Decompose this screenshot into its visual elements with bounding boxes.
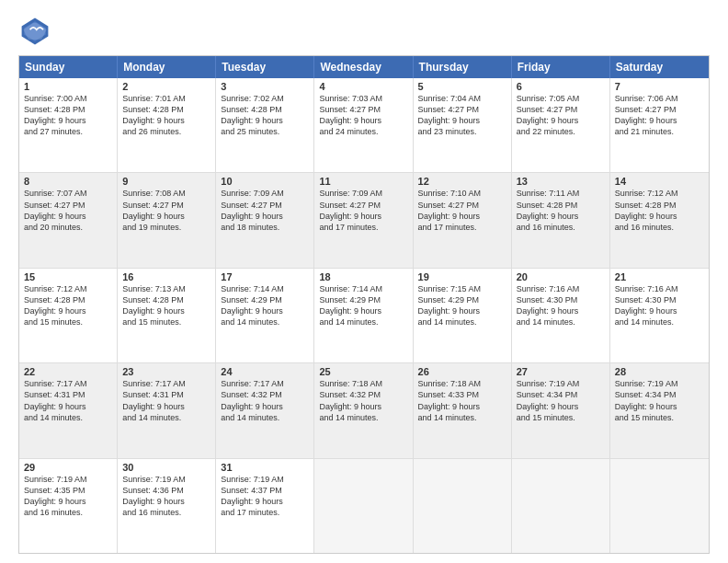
day-info: Sunrise: 7:09 AM Sunset: 4:27 PM Dayligh… bbox=[319, 188, 407, 233]
day-number: 31 bbox=[221, 462, 309, 473]
calendar-cell bbox=[314, 459, 413, 553]
day-info: Sunrise: 7:13 AM Sunset: 4:28 PM Dayligh… bbox=[122, 283, 210, 328]
header-day-saturday: Saturday bbox=[610, 56, 709, 78]
day-info: Sunrise: 7:02 AM Sunset: 4:28 PM Dayligh… bbox=[221, 93, 309, 138]
day-number: 17 bbox=[221, 271, 309, 282]
day-info: Sunrise: 7:19 AM Sunset: 4:36 PM Dayligh… bbox=[122, 474, 210, 519]
calendar-cell: 18Sunrise: 7:14 AM Sunset: 4:29 PM Dayli… bbox=[314, 269, 413, 362]
calendar-cell: 14Sunrise: 7:12 AM Sunset: 4:28 PM Dayli… bbox=[610, 173, 709, 267]
calendar-cell: 4Sunrise: 7:03 AM Sunset: 4:27 PM Daylig… bbox=[314, 78, 413, 172]
logo bbox=[18, 15, 55, 48]
day-info: Sunrise: 7:19 AM Sunset: 4:37 PM Dayligh… bbox=[221, 474, 309, 519]
day-number: 2 bbox=[122, 81, 210, 92]
calendar-cell: 31Sunrise: 7:19 AM Sunset: 4:37 PM Dayli… bbox=[216, 459, 314, 553]
day-info: Sunrise: 7:14 AM Sunset: 4:29 PM Dayligh… bbox=[319, 283, 407, 328]
day-number: 4 bbox=[319, 81, 407, 92]
day-number: 23 bbox=[122, 366, 210, 377]
calendar-cell: 17Sunrise: 7:14 AM Sunset: 4:29 PM Dayli… bbox=[216, 269, 314, 362]
day-number: 20 bbox=[517, 271, 605, 282]
page: SundayMondayTuesdayWednesdayThursdayFrid… bbox=[0, 0, 728, 563]
day-info: Sunrise: 7:12 AM Sunset: 4:28 PM Dayligh… bbox=[615, 188, 704, 233]
calendar-cell: 23Sunrise: 7:17 AM Sunset: 4:31 PM Dayli… bbox=[118, 363, 216, 457]
day-info: Sunrise: 7:09 AM Sunset: 4:27 PM Dayligh… bbox=[221, 188, 309, 233]
day-info: Sunrise: 7:19 AM Sunset: 4:34 PM Dayligh… bbox=[615, 378, 704, 423]
day-number: 9 bbox=[122, 176, 210, 187]
calendar-cell: 10Sunrise: 7:09 AM Sunset: 4:27 PM Dayli… bbox=[216, 173, 314, 267]
calendar-cell: 20Sunrise: 7:16 AM Sunset: 4:30 PM Dayli… bbox=[512, 269, 610, 362]
calendar-cell: 11Sunrise: 7:09 AM Sunset: 4:27 PM Dayli… bbox=[314, 173, 413, 267]
day-number: 30 bbox=[122, 462, 210, 473]
day-info: Sunrise: 7:14 AM Sunset: 4:29 PM Dayligh… bbox=[221, 283, 309, 328]
day-number: 7 bbox=[615, 81, 704, 92]
day-number: 25 bbox=[319, 366, 407, 377]
day-info: Sunrise: 7:07 AM Sunset: 4:27 PM Dayligh… bbox=[24, 188, 112, 233]
calendar-cell: 8Sunrise: 7:07 AM Sunset: 4:27 PM Daylig… bbox=[19, 173, 118, 267]
calendar-cell: 12Sunrise: 7:10 AM Sunset: 4:27 PM Dayli… bbox=[414, 173, 512, 267]
day-number: 3 bbox=[221, 81, 309, 92]
day-info: Sunrise: 7:17 AM Sunset: 4:31 PM Dayligh… bbox=[122, 378, 210, 423]
calendar-cell: 13Sunrise: 7:11 AM Sunset: 4:28 PM Dayli… bbox=[512, 173, 610, 267]
calendar-cell: 7Sunrise: 7:06 AM Sunset: 4:27 PM Daylig… bbox=[610, 78, 709, 172]
calendar-cell: 6Sunrise: 7:05 AM Sunset: 4:27 PM Daylig… bbox=[512, 78, 610, 172]
day-info: Sunrise: 7:15 AM Sunset: 4:29 PM Dayligh… bbox=[418, 283, 506, 328]
day-info: Sunrise: 7:05 AM Sunset: 4:27 PM Dayligh… bbox=[517, 93, 605, 138]
day-info: Sunrise: 7:06 AM Sunset: 4:27 PM Dayligh… bbox=[615, 93, 704, 138]
day-number: 8 bbox=[24, 176, 112, 187]
calendar-row: 29Sunrise: 7:19 AM Sunset: 4:35 PM Dayli… bbox=[19, 458, 709, 553]
day-info: Sunrise: 7:03 AM Sunset: 4:27 PM Dayligh… bbox=[319, 93, 407, 138]
header-day-sunday: Sunday bbox=[19, 56, 118, 78]
day-number: 12 bbox=[418, 176, 506, 187]
day-number: 16 bbox=[122, 271, 210, 282]
calendar-cell: 21Sunrise: 7:16 AM Sunset: 4:30 PM Dayli… bbox=[610, 269, 709, 362]
calendar-cell: 28Sunrise: 7:19 AM Sunset: 4:34 PM Dayli… bbox=[610, 363, 709, 457]
calendar-cell: 5Sunrise: 7:04 AM Sunset: 4:27 PM Daylig… bbox=[414, 78, 512, 172]
day-info: Sunrise: 7:18 AM Sunset: 4:33 PM Dayligh… bbox=[418, 378, 506, 423]
day-info: Sunrise: 7:11 AM Sunset: 4:28 PM Dayligh… bbox=[517, 188, 605, 233]
calendar-cell: 27Sunrise: 7:19 AM Sunset: 4:34 PM Dayli… bbox=[512, 363, 610, 457]
calendar-cell: 15Sunrise: 7:12 AM Sunset: 4:28 PM Dayli… bbox=[19, 269, 118, 362]
calendar-body: 1Sunrise: 7:00 AM Sunset: 4:28 PM Daylig… bbox=[19, 78, 709, 553]
calendar-cell: 19Sunrise: 7:15 AM Sunset: 4:29 PM Dayli… bbox=[414, 269, 512, 362]
day-info: Sunrise: 7:01 AM Sunset: 4:28 PM Dayligh… bbox=[122, 93, 210, 138]
header-day-thursday: Thursday bbox=[414, 56, 512, 78]
calendar-cell bbox=[512, 459, 610, 553]
calendar-row: 15Sunrise: 7:12 AM Sunset: 4:28 PM Dayli… bbox=[19, 268, 709, 362]
day-number: 19 bbox=[418, 271, 506, 282]
day-number: 22 bbox=[24, 366, 112, 377]
header-day-wednesday: Wednesday bbox=[314, 56, 413, 78]
day-info: Sunrise: 7:19 AM Sunset: 4:34 PM Dayligh… bbox=[517, 378, 605, 423]
day-number: 11 bbox=[319, 176, 407, 187]
calendar-cell: 16Sunrise: 7:13 AM Sunset: 4:28 PM Dayli… bbox=[118, 269, 216, 362]
day-number: 29 bbox=[24, 462, 112, 473]
calendar-cell bbox=[414, 459, 512, 553]
day-number: 10 bbox=[221, 176, 309, 187]
calendar-row: 1Sunrise: 7:00 AM Sunset: 4:28 PM Daylig… bbox=[19, 78, 709, 172]
header-day-monday: Monday bbox=[118, 56, 216, 78]
day-number: 6 bbox=[517, 81, 605, 92]
day-number: 27 bbox=[517, 366, 605, 377]
day-number: 24 bbox=[221, 366, 309, 377]
header-day-friday: Friday bbox=[512, 56, 610, 78]
day-info: Sunrise: 7:17 AM Sunset: 4:31 PM Dayligh… bbox=[24, 378, 112, 423]
day-number: 15 bbox=[24, 271, 112, 282]
logo-icon bbox=[18, 15, 51, 48]
calendar-cell: 26Sunrise: 7:18 AM Sunset: 4:33 PM Dayli… bbox=[414, 363, 512, 457]
day-info: Sunrise: 7:18 AM Sunset: 4:32 PM Dayligh… bbox=[319, 378, 407, 423]
day-number: 26 bbox=[418, 366, 506, 377]
day-info: Sunrise: 7:12 AM Sunset: 4:28 PM Dayligh… bbox=[24, 283, 112, 328]
day-number: 5 bbox=[418, 81, 506, 92]
day-number: 14 bbox=[615, 176, 704, 187]
calendar-row: 8Sunrise: 7:07 AM Sunset: 4:27 PM Daylig… bbox=[19, 172, 709, 267]
calendar: SundayMondayTuesdayWednesdayThursdayFrid… bbox=[18, 55, 710, 554]
calendar-cell: 25Sunrise: 7:18 AM Sunset: 4:32 PM Dayli… bbox=[314, 363, 413, 457]
day-info: Sunrise: 7:04 AM Sunset: 4:27 PM Dayligh… bbox=[418, 93, 506, 138]
day-info: Sunrise: 7:16 AM Sunset: 4:30 PM Dayligh… bbox=[615, 283, 704, 328]
calendar-cell: 22Sunrise: 7:17 AM Sunset: 4:31 PM Dayli… bbox=[19, 363, 118, 457]
calendar-cell: 2Sunrise: 7:01 AM Sunset: 4:28 PM Daylig… bbox=[118, 78, 216, 172]
day-info: Sunrise: 7:10 AM Sunset: 4:27 PM Dayligh… bbox=[418, 188, 506, 233]
day-number: 18 bbox=[319, 271, 407, 282]
calendar-cell: 1Sunrise: 7:00 AM Sunset: 4:28 PM Daylig… bbox=[19, 78, 118, 172]
calendar-cell: 29Sunrise: 7:19 AM Sunset: 4:35 PM Dayli… bbox=[19, 459, 118, 553]
day-info: Sunrise: 7:19 AM Sunset: 4:35 PM Dayligh… bbox=[24, 474, 112, 519]
calendar-cell: 30Sunrise: 7:19 AM Sunset: 4:36 PM Dayli… bbox=[118, 459, 216, 553]
